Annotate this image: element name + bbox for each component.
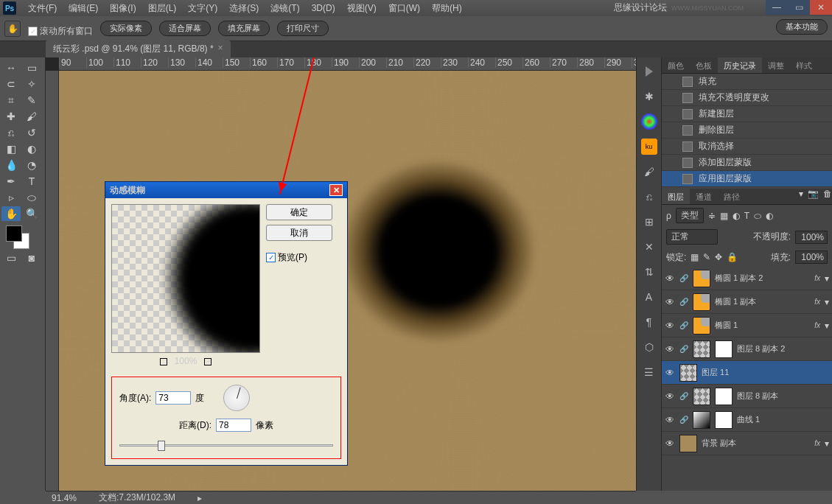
- lock-paint-icon[interactable]: ✎: [703, 252, 710, 262]
- color-swatch[interactable]: [6, 225, 29, 249]
- pen-tool[interactable]: ✒: [1, 174, 21, 189]
- ok-button[interactable]: 确定: [266, 204, 332, 220]
- tab-history[interactable]: 历史记录: [718, 57, 762, 73]
- brush-panel-icon[interactable]: 🖌: [641, 164, 657, 180]
- zoom-out-button[interactable]: -: [160, 358, 167, 365]
- history-item[interactable]: 填充: [662, 74, 832, 90]
- tab-layers[interactable]: 图层: [662, 189, 690, 204]
- visibility-toggle[interactable]: 👁: [665, 344, 675, 354]
- path-tool[interactable]: ▹: [1, 190, 21, 205]
- history-item[interactable]: 添加图层蒙版: [662, 155, 832, 171]
- distance-slider[interactable]: [119, 439, 333, 451]
- fit-screen-button[interactable]: 适合屏幕: [159, 21, 211, 36]
- eyedropper-tool[interactable]: ✎: [22, 93, 41, 108]
- close-tab-icon[interactable]: ×: [218, 43, 223, 55]
- layer-row[interactable]: 👁🔗曲线 1: [662, 408, 832, 432]
- history-item[interactable]: 新建图层: [662, 106, 832, 122]
- heal-tool[interactable]: ✚: [1, 109, 21, 124]
- move-tool[interactable]: ↔: [1, 60, 21, 75]
- layer-row[interactable]: 👁背景 副本fx▾: [662, 432, 832, 455]
- gradient-tool[interactable]: ◐: [22, 141, 41, 156]
- menu-view[interactable]: 视图(V): [341, 0, 382, 16]
- layer-row[interactable]: 👁图层 11: [662, 361, 832, 385]
- preview-checkbox[interactable]: ✓预览(P): [266, 251, 332, 264]
- visibility-toggle[interactable]: 👁: [665, 297, 675, 307]
- filter-icon[interactable]: ▾: [799, 189, 803, 204]
- hand-tool[interactable]: ✋: [1, 206, 21, 221]
- tab-swatch[interactable]: 色板: [690, 57, 718, 73]
- window-minimize[interactable]: —: [766, 0, 788, 15]
- trash-icon[interactable]: 🗑: [823, 189, 832, 204]
- menu-type[interactable]: 文字(Y): [182, 0, 223, 16]
- visibility-toggle[interactable]: 👁: [665, 273, 675, 284]
- type-tool[interactable]: T: [22, 174, 41, 189]
- history-item[interactable]: 填充不透明度更改: [662, 90, 832, 106]
- layer-row[interactable]: 👁🔗椭圆 1 副本fx▾: [662, 290, 832, 314]
- screen-mode-icon[interactable]: ▭: [1, 251, 21, 265]
- menu-select[interactable]: 选择(S): [223, 0, 265, 16]
- tools-icon[interactable]: ✕: [641, 239, 657, 255]
- history-item[interactable]: 删除图层: [662, 122, 832, 139]
- menu-window[interactable]: 窗口(W): [382, 0, 426, 16]
- lasso-tool[interactable]: ⊂: [1, 77, 21, 91]
- cancel-button[interactable]: 取消: [266, 225, 332, 241]
- menu-help[interactable]: 帮助(H): [426, 0, 468, 16]
- visibility-toggle[interactable]: 👁: [665, 438, 675, 449]
- visibility-toggle[interactable]: 👁: [665, 415, 675, 425]
- angle-input[interactable]: [155, 391, 191, 405]
- layer-row[interactable]: 👁🔗椭圆 1fx▾: [662, 314, 832, 337]
- stamp-tool[interactable]: ⎌: [1, 125, 21, 140]
- kind-filter[interactable]: 类型: [676, 208, 704, 223]
- visibility-toggle[interactable]: 👁: [665, 321, 675, 331]
- lock-all-icon[interactable]: 🔒: [727, 252, 738, 262]
- print-size-button[interactable]: 打印尺寸: [277, 21, 329, 36]
- menu-3d[interactable]: 3D(D): [306, 0, 341, 16]
- menu-filter[interactable]: 滤镜(T): [265, 0, 305, 16]
- document-tab[interactable]: 纸云彩 .psd @ 91.4% (图层 11, RGB/8) * ×: [46, 41, 231, 57]
- char-icon[interactable]: A: [641, 289, 657, 305]
- marquee-tool[interactable]: ▭: [22, 60, 41, 75]
- dodge-tool[interactable]: ◔: [22, 158, 41, 172]
- layer-row[interactable]: 👁🔗图层 8 副本: [662, 385, 832, 408]
- brush-tool[interactable]: 🖌: [22, 109, 41, 124]
- actual-pixels-button[interactable]: 实际像素: [100, 21, 152, 36]
- dialog-preview[interactable]: [111, 204, 260, 353]
- visibility-toggle[interactable]: 👁: [665, 368, 675, 378]
- tab-channels[interactable]: 通道: [690, 189, 718, 204]
- history-item[interactable]: 取消选择: [662, 139, 832, 155]
- para-icon[interactable]: ¶: [641, 314, 657, 330]
- menu-layer[interactable]: 图层(L): [142, 0, 183, 16]
- kuler-icon[interactable]: ku: [641, 139, 657, 155]
- menu-image[interactable]: 图像(I): [104, 0, 141, 16]
- zoom-tool[interactable]: 🔍: [22, 206, 41, 221]
- quick-mask-icon[interactable]: ◙: [22, 251, 41, 265]
- tab-paths[interactable]: 路径: [718, 189, 746, 204]
- history-brush-tool[interactable]: ↺: [22, 125, 41, 140]
- tab-style[interactable]: 样式: [790, 57, 818, 73]
- eraser-tool[interactable]: ◧: [1, 141, 21, 156]
- layer-row[interactable]: 👁🔗图层 8 副本 2: [662, 337, 832, 361]
- menu-file[interactable]: 文件(F): [22, 0, 63, 16]
- crop-tool[interactable]: ⌗: [1, 93, 21, 108]
- tab-adjust[interactable]: 调整: [762, 57, 790, 73]
- compass-icon[interactable]: ✱: [641, 88, 657, 105]
- layer-row[interactable]: 👁🔗椭圆 1 副本 2fx▾: [662, 267, 832, 290]
- dialog-close-button[interactable]: ✕: [329, 184, 343, 196]
- fill-screen-button[interactable]: 填充屏幕: [218, 21, 270, 36]
- opacity-input[interactable]: 100%: [795, 231, 828, 244]
- distance-input[interactable]: [216, 419, 251, 432]
- visibility-toggle[interactable]: 👁: [665, 391, 675, 402]
- play-icon[interactable]: [641, 63, 657, 80]
- 3d-icon[interactable]: ⬡: [641, 339, 657, 355]
- color-wheel-icon[interactable]: [641, 113, 657, 130]
- clone-icon[interactable]: ⊞: [641, 214, 657, 230]
- fill-input[interactable]: 100%: [795, 251, 828, 264]
- brush-preset-icon[interactable]: ⎌: [641, 189, 657, 205]
- measure-icon[interactable]: ☰: [641, 364, 657, 380]
- shape-tool[interactable]: ⬭: [22, 190, 41, 205]
- window-close[interactable]: ✕: [810, 0, 832, 15]
- swap-icon[interactable]: ⇅: [641, 264, 657, 280]
- angle-dial[interactable]: [223, 385, 250, 411]
- workspace-button[interactable]: 基本功能: [776, 19, 828, 35]
- window-maximize[interactable]: ▭: [788, 0, 810, 15]
